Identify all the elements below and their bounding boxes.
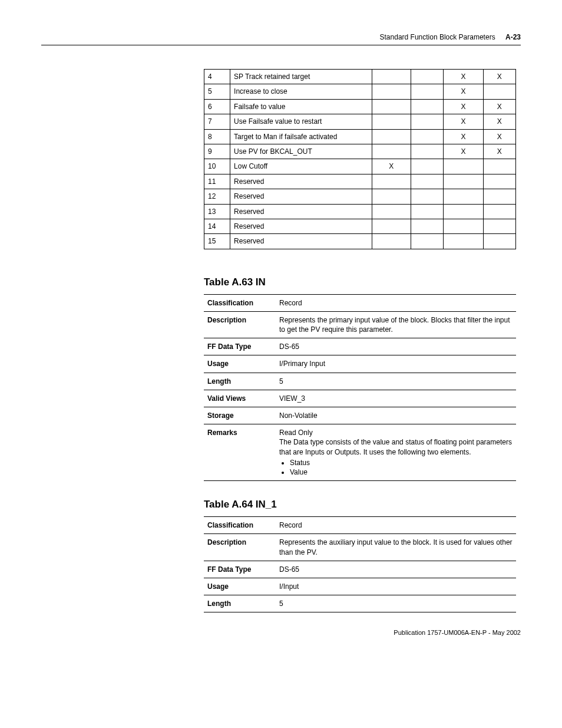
label-description: Description bbox=[204, 311, 276, 338]
list-item: Status bbox=[290, 458, 513, 467]
value-usage: I/Input bbox=[276, 578, 516, 595]
table-row: Length 5 bbox=[204, 373, 516, 390]
cell-desc: Target to Man if failsafe activated bbox=[230, 129, 372, 144]
cell-desc: Low Cutoff bbox=[230, 159, 372, 174]
value-storage: Non-Volatile bbox=[276, 407, 516, 424]
label-valid-views: Valid Views bbox=[204, 390, 276, 407]
cell-desc: Reserved bbox=[230, 234, 372, 249]
cell-c3 bbox=[372, 219, 411, 233]
table-row: Description Represents the auxiliary inp… bbox=[204, 534, 516, 561]
io-options-table: 4 SP Track retained target X X 5 Increas… bbox=[204, 69, 516, 249]
value-ff-data-type: DS-65 bbox=[276, 338, 516, 355]
label-description: Description bbox=[204, 534, 276, 561]
table-row: 4 SP Track retained target X X bbox=[204, 70, 516, 84]
cell-c5: X bbox=[444, 99, 483, 114]
table-row: Classification Record bbox=[204, 294, 516, 311]
table-row: Remarks Read Only The Data type consists… bbox=[204, 424, 516, 481]
cell-c4 bbox=[411, 219, 444, 233]
table-row: FF Data Type DS-65 bbox=[204, 338, 516, 355]
table-row: 8 Target to Man if failsafe activated X … bbox=[204, 129, 516, 144]
cell-desc: Reserved bbox=[230, 189, 372, 204]
cell-c3: X bbox=[372, 159, 411, 174]
cell-desc: Failsafe to value bbox=[230, 99, 372, 114]
table-row: Valid Views VIEW_3 bbox=[204, 390, 516, 407]
cell-c3 bbox=[372, 114, 411, 129]
header-page-number: A-23 bbox=[505, 33, 521, 41]
cell-c4 bbox=[411, 189, 444, 204]
cell-c6: X bbox=[483, 70, 515, 84]
cell-idx: 15 bbox=[204, 234, 230, 249]
cell-idx: 12 bbox=[204, 189, 230, 204]
value-description: Represents the primary input value of th… bbox=[276, 311, 516, 338]
cell-c6: X bbox=[483, 114, 515, 129]
cell-c5: X bbox=[444, 70, 483, 84]
cell-c5 bbox=[444, 189, 483, 204]
cell-c4 bbox=[411, 234, 444, 249]
page: Standard Function Block Parameters A-23 … bbox=[0, 0, 562, 654]
list-item: Value bbox=[290, 467, 513, 477]
cell-c6: X bbox=[483, 144, 515, 159]
cell-c6 bbox=[483, 234, 515, 249]
table-a64-title: Table A.64 IN_1 bbox=[204, 499, 516, 510]
footer-text: Publication 1757-UM006A-EN-P - May 2002 bbox=[394, 629, 521, 636]
table-row: FF Data Type DS-65 bbox=[204, 561, 516, 578]
cell-c3 bbox=[372, 144, 411, 159]
cell-c3 bbox=[372, 204, 411, 219]
cell-idx: 8 bbox=[204, 129, 230, 144]
cell-desc: Use PV for BKCAL_OUT bbox=[230, 144, 372, 159]
table-row: 10 Low Cutoff X bbox=[204, 159, 516, 174]
cell-c6 bbox=[483, 159, 515, 174]
cell-c6: X bbox=[483, 129, 515, 144]
label-ff-data-type: FF Data Type bbox=[204, 338, 276, 355]
cell-c3 bbox=[372, 189, 411, 204]
cell-c4 bbox=[411, 204, 444, 219]
cell-c5 bbox=[444, 219, 483, 233]
cell-idx: 4 bbox=[204, 70, 230, 84]
cell-idx: 5 bbox=[204, 84, 230, 99]
cell-c3 bbox=[372, 129, 411, 144]
table-row: 7 Use Failsafe value to restart X X bbox=[204, 114, 516, 129]
cell-c5: X bbox=[444, 114, 483, 129]
cell-c5: X bbox=[444, 129, 483, 144]
cell-desc: Reserved bbox=[230, 219, 372, 233]
table-a64: Classification Record Description Repres… bbox=[204, 516, 516, 612]
table-a63-title: Table A.63 IN bbox=[204, 276, 516, 288]
cell-idx: 14 bbox=[204, 219, 230, 233]
table-row: 12 Reserved bbox=[204, 189, 516, 204]
remarks-line1: Read Only bbox=[279, 428, 513, 437]
table-row: 6 Failsafe to value X X bbox=[204, 99, 516, 114]
value-length: 5 bbox=[276, 595, 516, 612]
cell-c4 bbox=[411, 159, 444, 174]
cell-idx: 10 bbox=[204, 159, 230, 174]
table-row: Classification Record bbox=[204, 517, 516, 534]
table-row: Usage I/Input bbox=[204, 578, 516, 595]
cell-desc: Increase to close bbox=[230, 84, 372, 99]
cell-c6 bbox=[483, 219, 515, 233]
content-area: 4 SP Track retained target X X 5 Increas… bbox=[204, 69, 516, 612]
table-a63: Classification Record Description Repres… bbox=[204, 294, 516, 481]
table-row: Storage Non-Volatile bbox=[204, 407, 516, 424]
table-row: 15 Reserved bbox=[204, 234, 516, 249]
cell-idx: 7 bbox=[204, 114, 230, 129]
label-storage: Storage bbox=[204, 407, 276, 424]
page-header: Standard Function Block Parameters A-23 bbox=[41, 33, 521, 41]
label-remarks: Remarks bbox=[204, 424, 276, 481]
cell-desc: Reserved bbox=[230, 204, 372, 219]
cell-c4 bbox=[411, 174, 444, 189]
cell-c6 bbox=[483, 174, 515, 189]
label-usage: Usage bbox=[204, 355, 276, 373]
header-title: Standard Function Block Parameters bbox=[380, 33, 495, 41]
cell-c5: X bbox=[444, 144, 483, 159]
cell-c3 bbox=[372, 70, 411, 84]
value-ff-data-type: DS-65 bbox=[276, 561, 516, 578]
cell-idx: 6 bbox=[204, 99, 230, 114]
cell-c3 bbox=[372, 174, 411, 189]
footer: Publication 1757-UM006A-EN-P - May 2002 bbox=[394, 629, 521, 636]
value-remarks: Read Only The Data type consists of the … bbox=[276, 424, 516, 481]
label-length: Length bbox=[204, 373, 276, 390]
cell-c3 bbox=[372, 84, 411, 99]
cell-c4 bbox=[411, 129, 444, 144]
cell-c5 bbox=[444, 234, 483, 249]
label-usage: Usage bbox=[204, 578, 276, 595]
table-row: 5 Increase to close X bbox=[204, 84, 516, 99]
